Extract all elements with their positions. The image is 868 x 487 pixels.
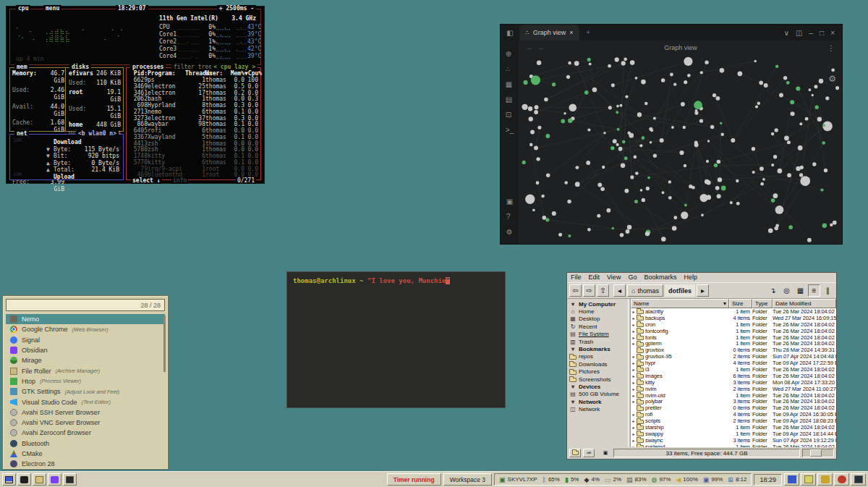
expander-icon[interactable]: ▸ — [631, 309, 637, 314]
dual-pane-icon[interactable]: ∥ — [822, 284, 834, 297]
sidebar-item[interactable]: ▥ Trash — [569, 338, 628, 345]
file-row[interactable]: ▸ fontconfig 1 item Folder Tue 26 Mar 20… — [631, 328, 836, 334]
sort-selector[interactable]: < cpu lazy > — [211, 64, 258, 70]
layout-icon[interactable]: ◫ — [796, 29, 802, 37]
tray-item[interactable]: ▣ SKYVL7XP — [499, 476, 537, 483]
file-row[interactable]: ▸ images 6 items Folder Tue 26 Mar 2024 … — [631, 373, 836, 379]
file-row[interactable]: ▸ rofi 4 items Folder Tue 09 Apr 2024 16… — [631, 411, 836, 418]
launcher-item[interactable]: Avahi VNC Server Browser — [6, 418, 165, 428]
taskbar-window-button[interactable] — [17, 473, 31, 486]
tray-item[interactable]: ▮ 5% — [565, 476, 579, 483]
menu-item[interactable]: File — [571, 274, 582, 281]
tray-launcher-button[interactable] — [851, 473, 866, 486]
column-name[interactable]: Name▾ — [631, 299, 729, 308]
column-type[interactable]: Type — [752, 299, 773, 308]
list-view-icon[interactable]: ≡ — [808, 284, 820, 297]
forward-button[interactable]: ⇨ — [583, 284, 595, 297]
expander-icon[interactable]: ▸ — [631, 386, 637, 391]
launcher-item[interactable]: Bluetooth — [6, 439, 165, 449]
column-size[interactable]: Size — [729, 299, 752, 308]
file-row[interactable]: gruvbox 0 items Folder Thu 28 Mar 2024 1… — [631, 347, 836, 353]
launcher-item[interactable]: Visual Studio Code (Text Editor) — [6, 397, 165, 407]
expander-icon[interactable]: ▸ — [631, 335, 637, 340]
sidebar-item[interactable]: ▦ Desktop — [569, 316, 628, 323]
file-row[interactable]: ▸ hypr 4 items Folder Tue 09 Apr 2024 17… — [631, 360, 836, 366]
launcher-item[interactable]: Electron 28 — [6, 459, 165, 469]
expander-icon[interactable]: ▸ — [631, 322, 637, 327]
file-row[interactable]: ▸ alacritty 1 item Folder Tue 26 Mar 202… — [631, 308, 836, 315]
file-row[interactable]: ▸ swaync 3 items Folder Sun 07 Apr 2024 … — [631, 437, 836, 444]
btop-tab-cpu[interactable]: cpu — [16, 5, 30, 12]
disks-title[interactable]: disks — [69, 64, 91, 70]
launcher-item[interactable]: Htop (Process Viewer) — [6, 376, 165, 386]
launcher-search-input[interactable]: 28 / 28 — [6, 299, 165, 311]
net-device[interactable]: <b wlan0 n> — [76, 130, 119, 137]
file-row[interactable]: ▸ nvim 2 items Folder Wed 27 Mar 2024 11… — [631, 386, 836, 392]
ribbon-icon[interactable]: ∴ — [506, 62, 514, 77]
expander-icon[interactable]: ▸ — [631, 329, 637, 334]
tray-item[interactable]: ◆ 4% — [584, 476, 599, 483]
launcher-item[interactable]: CMake — [6, 449, 165, 459]
collapse-icon[interactable]: ∨ — [784, 29, 789, 37]
horizontal-scrollbar[interactable] — [802, 449, 834, 457]
filter-button[interactable]: filter — [171, 64, 197, 70]
launcher-item[interactable]: Signal — [6, 335, 165, 345]
tray-item[interactable]: ▤ 83% — [626, 476, 647, 483]
expander-icon[interactable]: ▸ — [631, 341, 637, 346]
launcher-item[interactable]: Google Chrome (Web Browser) — [6, 324, 165, 334]
expander-icon[interactable]: ▸ — [631, 360, 637, 365]
taskbar-window-button[interactable] — [33, 473, 46, 486]
pane-toggle[interactable]: ▣ — [600, 449, 611, 457]
expander-icon[interactable]: ▸ — [631, 438, 637, 443]
menu-item[interactable]: Bookmarks — [644, 274, 676, 281]
terminal-window[interactable]: thomas@archlinux ~ "I love you, Munchie" — [286, 271, 506, 408]
dir-tree-toggle[interactable] — [569, 449, 581, 457]
ribbon-icon[interactable]: ? — [506, 209, 513, 224]
file-row[interactable]: ▸ starship 1 item Folder Tue 26 Mar 2024… — [631, 424, 836, 431]
file-row[interactable]: ▸ backups 4 items Folder Wed 27 Mar 2024… — [631, 315, 836, 321]
expander-icon[interactable]: ▸ — [631, 418, 637, 423]
expander-icon[interactable]: ▸ — [631, 399, 637, 404]
launcher-scrollbar[interactable] — [163, 316, 166, 372]
expander-icon[interactable]: ▸ — [631, 425, 637, 430]
ribbon-icon[interactable]: ⊕ — [506, 46, 514, 62]
path-scroll-left[interactable]: ◂ — [613, 284, 626, 297]
file-row[interactable]: ▸ polybar 3 items Folder Tue 26 Mar 2024… — [631, 398, 836, 405]
file-row[interactable]: ▸ kitty 3 items Folder Mon 08 Apr 2024 1… — [631, 379, 836, 386]
taskbar-window-button[interactable] — [2, 473, 16, 486]
launcher-item[interactable]: GTK Settings (Adjust Look and Feel) — [6, 386, 165, 397]
ribbon-icon[interactable]: ▤ — [506, 92, 514, 107]
file-row[interactable]: prettier 0 items Folder Tue 26 Mar 2024 … — [631, 405, 836, 411]
new-tab-icon[interactable]: ↴ — [767, 284, 779, 297]
menu-item[interactable]: Help — [684, 274, 697, 281]
launcher-item[interactable]: Avahi Zeroconf Browser — [6, 428, 165, 438]
tray-item[interactable]: ᛒ 65% — [542, 476, 560, 483]
processes-title[interactable]: processes — [130, 64, 166, 70]
tray-launcher-button[interactable] — [817, 473, 833, 486]
graph-settings-icon[interactable]: ⚙ — [828, 74, 836, 84]
file-row[interactable]: ▸ gruvbox-95 2 items Folder Sun 07 Apr 2… — [631, 353, 836, 360]
net-title[interactable]: net — [14, 130, 29, 137]
sidebar-item[interactable]: ▤ File System — [569, 331, 628, 338]
path-segment-current[interactable]: dotfiles — [665, 284, 695, 297]
back-button[interactable]: ⇦ — [569, 284, 582, 297]
tray-launcher-button[interactable] — [784, 473, 799, 486]
file-row[interactable]: ▸ swappy 1 item Folder Tue 09 Apr 2024 1… — [631, 431, 836, 437]
sidebar-item[interactable]: ⌂ Home — [569, 308, 628, 315]
expander-icon[interactable]: ▸ — [631, 367, 637, 372]
maximize-button[interactable]: □ — [820, 29, 824, 37]
select-hint[interactable]: select ↓ — [131, 177, 162, 184]
up-button[interactable]: ⇧ — [597, 284, 609, 297]
close-button[interactable]: × — [830, 29, 835, 37]
shortcuts-toggle[interactable]: ≔ — [583, 449, 595, 457]
ribbon-icon[interactable]: ▦ — [506, 77, 514, 92]
sidebar-item[interactable]: ▾ My Computer — [569, 300, 628, 308]
ribbon-icon[interactable]: >_ — [506, 122, 514, 137]
launcher-item[interactable]: Mirage — [6, 355, 165, 365]
search-icon[interactable]: ◎ — [780, 284, 793, 297]
tray-launcher-button[interactable] — [801, 473, 816, 486]
ribbon-icon[interactable]: ⊡ — [506, 107, 514, 122]
expander-icon[interactable]: ▸ — [631, 316, 637, 321]
new-tab-button[interactable]: + — [579, 29, 597, 36]
file-row[interactable]: ▸ cron 1 item Folder Tue 26 Mar 2024 18:… — [631, 321, 836, 328]
